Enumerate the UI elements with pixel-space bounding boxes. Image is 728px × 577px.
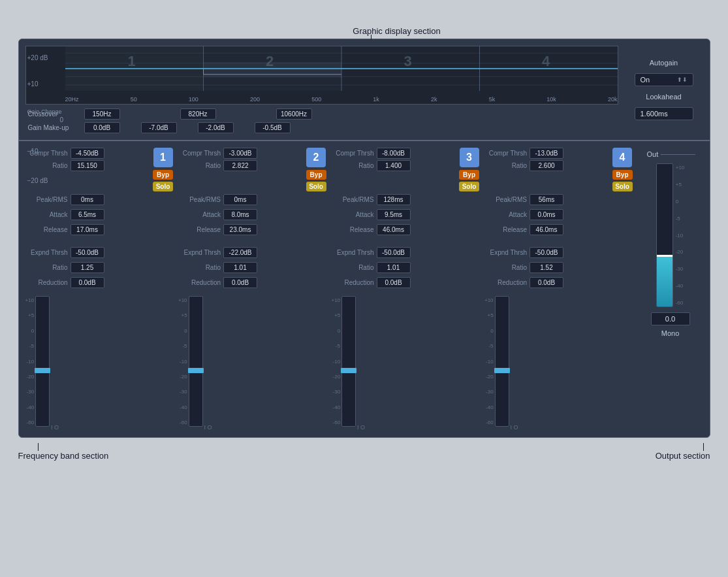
fader-1-handle[interactable] — [35, 368, 50, 373]
expnd-ratio-3[interactable]: 1.01 — [377, 262, 411, 273]
expnd-thrsh-label-1: Expnd Thrsh — [25, 249, 68, 256]
band-number-1: 1 — [153, 148, 173, 167]
expnd-ratio-label-2: Ratio — [178, 264, 221, 271]
output-label: Out — [641, 150, 659, 158]
byp-button-4[interactable]: Byp — [612, 170, 633, 180]
crossover-2[interactable]: 820Hz — [180, 108, 216, 120]
fader-3-handle[interactable] — [341, 368, 356, 373]
compr-thrsh-2[interactable]: -3.00dB — [223, 148, 257, 159]
crossover-row: Crossover 150Hz 820Hz 10600Hz — [25, 108, 618, 120]
attack-2[interactable]: 8.0ms — [223, 209, 257, 220]
release-label-3: Release — [332, 226, 374, 233]
band-1-column: Compr Thrsh -4.50dB Ratio 15.150 1 Byp S… — [25, 148, 174, 431]
compr-thrsh-label-2: Compr Thrsh — [178, 150, 221, 157]
graph-svg: 1 2 3 4 — [65, 46, 618, 91]
reduction-3[interactable]: 0.0dB — [377, 277, 411, 288]
peak-rms-label-2: Peak/RMS — [178, 196, 221, 203]
mono-label: Mono — [661, 329, 680, 337]
expnd-thrsh-1[interactable]: -50.0dB — [71, 247, 104, 258]
compr-thrsh-4[interactable]: -13.0dB — [530, 148, 563, 159]
expnd-thrsh-label-3: Expnd Thrsh — [332, 249, 374, 256]
gainmakeup-2[interactable]: -7.0dB — [141, 122, 177, 133]
graph-x-labels: 20Hz 50 100 200 500 1k 2k 5k 10k 20k — [65, 96, 618, 103]
peak-rms-1[interactable]: 0ms — [71, 194, 104, 205]
lookahead-value-box[interactable]: 1.600ms — [635, 107, 693, 120]
output-section-annotation: Output section — [656, 451, 710, 461]
gainmakeup-1[interactable]: 0.0dB — [84, 122, 120, 133]
peak-rms-label-3: Peak/RMS — [332, 196, 374, 203]
expnd-ratio-label-1: Ratio — [25, 264, 68, 271]
ratio-label-3: Ratio — [332, 162, 374, 169]
attack-3[interactable]: 9.5ms — [377, 209, 411, 220]
band-number-3: 3 — [460, 148, 479, 167]
crossover-3[interactable]: 10600Hz — [276, 108, 312, 120]
band-2-header: Compr Thrsh -3.00dB Ratio 2.822 2 Byp So… — [178, 148, 326, 191]
expnd-ratio-label-4: Ratio — [484, 264, 527, 271]
band-4-header: Compr Thrsh -13.0dB Ratio 2.600 4 Byp So… — [484, 148, 633, 191]
autogain-dropdown[interactable]: On ⬆⬇ — [635, 73, 693, 86]
peak-rms-4[interactable]: 56ms — [530, 194, 563, 205]
gainmakeup-3[interactable]: -2.0dB — [198, 122, 234, 133]
svg-text:3: 3 — [404, 53, 411, 69]
byp-button-1[interactable]: Byp — [153, 170, 173, 180]
side-controls: Autogain On ⬆⬇ Lookahead 1.600ms — [625, 46, 703, 133]
graphic-display-section: +20 dB +10 0 Gain Change −10 −20 dB — [19, 39, 710, 141]
y-label-top: +20 dB — [27, 54, 48, 61]
band-4-column: Compr Thrsh -13.0dB Ratio 2.600 4 Byp So… — [484, 148, 633, 431]
lookahead-label: Lookahead — [646, 93, 681, 101]
release-label-2: Release — [178, 226, 221, 233]
reduction-2[interactable]: 0.0dB — [223, 277, 257, 288]
solo-button-2[interactable]: Solo — [306, 182, 326, 191]
ratio-4[interactable]: 2.600 — [530, 160, 563, 171]
release-4[interactable]: 46.0ms — [530, 224, 563, 235]
expnd-thrsh-4[interactable]: -50.0dB — [530, 247, 563, 258]
ratio-2[interactable]: 2.822 — [223, 160, 257, 171]
expnd-thrsh-3[interactable]: -50.0dB — [377, 247, 411, 258]
release-3[interactable]: 46.0ms — [377, 224, 411, 235]
eq-graph[interactable]: +20 dB +10 0 Gain Change −10 −20 dB — [25, 46, 618, 105]
release-label-4: Release — [484, 226, 527, 233]
compr-thrsh-1[interactable]: -4.50dB — [71, 148, 104, 159]
svg-text:1: 1 — [127, 53, 135, 69]
expnd-ratio-1[interactable]: 1.25 — [71, 262, 104, 273]
x-label-10k: 10k — [546, 96, 556, 103]
release-2[interactable]: 23.0ms — [223, 224, 257, 235]
solo-button-4[interactable]: Solo — [612, 182, 633, 191]
expnd-ratio-2[interactable]: 1.01 — [223, 262, 257, 273]
reduction-1[interactable]: 0.0dB — [71, 277, 104, 288]
ratio-label-4: Ratio — [484, 162, 527, 169]
attack-label-3: Attack — [332, 211, 374, 218]
compr-thrsh-3[interactable]: -8.00dB — [377, 148, 411, 159]
band-1-controls: Compr Thrsh -4.50dB Ratio 15.150 — [25, 148, 150, 173]
ratio-1[interactable]: 15.150 — [71, 160, 104, 171]
byp-button-3[interactable]: Byp — [459, 170, 479, 180]
release-1[interactable]: 17.0ms — [71, 224, 104, 235]
expnd-thrsh-2[interactable]: -22.0dB — [223, 247, 257, 258]
band-1-header: Compr Thrsh -4.50dB Ratio 15.150 1 Byp S… — [25, 148, 174, 191]
peak-rms-3[interactable]: 128ms — [377, 194, 411, 205]
fader-4-handle[interactable] — [494, 368, 510, 373]
expnd-ratio-4[interactable]: 1.52 — [530, 262, 563, 273]
attack-4[interactable]: 0.0ms — [530, 209, 563, 220]
peak-rms-2[interactable]: 0ms — [223, 194, 257, 205]
release-label-1: Release — [25, 226, 68, 233]
output-value[interactable]: 0.0 — [651, 312, 690, 325]
byp-button-2[interactable]: Byp — [306, 170, 326, 180]
gainmakeup-4[interactable]: -0.5dB — [255, 122, 291, 133]
ratio-3[interactable]: 1.400 — [377, 160, 411, 171]
output-meter-peak — [657, 255, 673, 257]
x-label-200: 200 — [250, 96, 260, 103]
x-label-500: 500 — [311, 96, 321, 103]
autogain-arrow: ⬆⬇ — [677, 76, 688, 83]
graph-canvas: 1 2 3 4 — [65, 46, 618, 91]
solo-button-3[interactable]: Solo — [459, 182, 479, 191]
fader-2-handle[interactable] — [188, 368, 204, 373]
reduction-label-1: Reduction — [25, 279, 68, 286]
attack-1[interactable]: 6.5ms — [71, 209, 104, 220]
compr-thrsh-label-1: Compr Thrsh — [25, 150, 68, 157]
reduction-4[interactable]: 0.0dB — [530, 277, 563, 288]
x-label-20hz: 20Hz — [65, 96, 79, 103]
ratio-label-1: Ratio — [25, 162, 68, 169]
crossover-1[interactable]: 150Hz — [84, 108, 120, 120]
solo-button-1[interactable]: Solo — [153, 182, 173, 191]
